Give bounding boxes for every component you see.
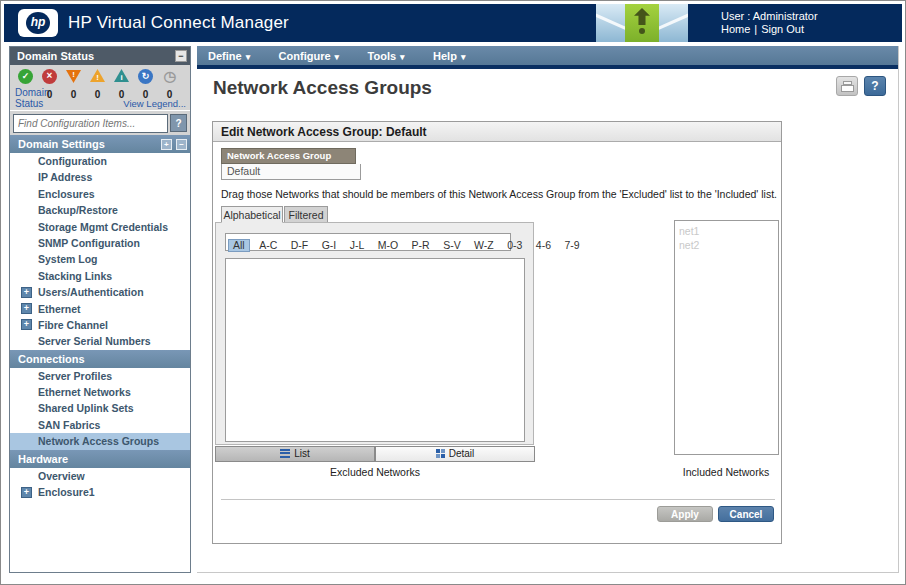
menu-tools[interactable]: Tools▾ xyxy=(357,47,418,66)
menu-label: Define xyxy=(208,50,242,62)
artwork-dot xyxy=(639,28,645,34)
print-button[interactable] xyxy=(836,76,858,96)
filter-p-r[interactable]: P-R xyxy=(408,239,434,252)
user-label: User : Administrator xyxy=(721,10,818,23)
sidebar-item-ethernet[interactable]: + Ethernet xyxy=(10,301,190,317)
section-header-hardware[interactable]: Hardware xyxy=(10,450,190,468)
section-header-connections[interactable]: Connections xyxy=(10,350,190,368)
sidebar-item-server-profiles[interactable]: Server Profiles xyxy=(10,368,190,384)
status-count: 0 xyxy=(90,89,105,100)
home-link[interactable]: Home xyxy=(721,23,750,35)
menu-define[interactable]: Define▾ xyxy=(197,47,263,66)
filter-4-6[interactable]: 4-6 xyxy=(532,239,555,252)
included-network-item[interactable]: net2 xyxy=(679,238,774,252)
filter-all[interactable]: All xyxy=(228,239,250,252)
hp-virtual-connect-manager-window: hp HP Virtual Connect Manager User : Adm… xyxy=(0,0,906,585)
tab-filtered[interactable]: Filtered xyxy=(284,206,328,223)
filter-j-l[interactable]: J-L xyxy=(346,239,369,252)
find-configuration-input[interactable] xyxy=(13,114,168,133)
header-artwork xyxy=(596,4,688,42)
filter-d-f[interactable]: D-F xyxy=(287,239,313,252)
domain-status-panel-header: Domain Status − xyxy=(10,47,190,65)
excluded-networks-label: Excluded Networks xyxy=(215,466,535,478)
included-network-item[interactable]: net1 xyxy=(679,224,774,238)
hp-logo-text: hp xyxy=(26,12,50,34)
detail-view-label: Detail xyxy=(449,448,475,459)
sidebar-item-users-authentication[interactable]: + Users/Authentication xyxy=(10,284,190,300)
letter-filter-bar: All A-C D-F G-I J-L M-O P-R S-V W-Z 0-3 … xyxy=(225,233,511,251)
status-critical-icon: ! xyxy=(66,69,81,83)
status-ok-icon: ✓ xyxy=(18,69,33,84)
tab-alphabetical[interactable]: Alphabetical xyxy=(221,206,283,223)
sidebar-item-label: IP Address xyxy=(38,171,92,183)
filter-a-c[interactable]: A-C xyxy=(255,239,281,252)
user-block: User : Administrator Home|Sign Out xyxy=(721,10,818,36)
section-header-domain-settings[interactable]: Domain Settings + − xyxy=(10,135,190,153)
sidebar-item-label: Network Access Groups xyxy=(38,435,159,447)
sidebar-item-network-access-groups[interactable]: Network Access Groups xyxy=(10,433,190,449)
domain-status-title: Domain Status xyxy=(17,50,94,62)
sidebar-item-enclosure1[interactable]: + Enclosure1 xyxy=(10,484,190,500)
sidebar: Domain Status − ✓ × ! ! i ↻ ◷ Domain Sta… xyxy=(9,46,191,573)
sidebar-item-storage-mgmt-credentials[interactable]: Storage Mgmt Credentials xyxy=(10,219,190,235)
expand-icon[interactable]: + xyxy=(21,303,32,314)
sidebar-item-san-fabrics[interactable]: SAN Fabrics xyxy=(10,417,190,433)
session-links: Home|Sign Out xyxy=(721,23,818,36)
button-separator xyxy=(221,499,775,500)
sign-out-link[interactable]: Sign Out xyxy=(761,23,804,35)
sidebar-item-shared-uplink-sets[interactable]: Shared Uplink Sets xyxy=(10,400,190,416)
printer-icon xyxy=(841,85,854,92)
sidebar-item-ethernet-networks[interactable]: Ethernet Networks xyxy=(10,384,190,400)
excluded-networks-list[interactable] xyxy=(225,258,525,442)
filter-g-i[interactable]: G-I xyxy=(318,239,341,252)
menu-help[interactable]: Help▾ xyxy=(422,47,478,66)
expand-icon[interactable]: + xyxy=(21,319,32,330)
cancel-button[interactable]: Cancel xyxy=(718,506,774,522)
sidebar-item-label: Server Profiles xyxy=(38,370,112,382)
domain-status-body: ✓ × ! ! i ↻ ◷ Domain Status 0 0 0 0 0 0 … xyxy=(10,65,190,111)
filter-m-o[interactable]: M-O xyxy=(374,239,402,252)
sidebar-item-overview[interactable]: Overview xyxy=(10,468,190,484)
sidebar-search-row: ? xyxy=(10,111,190,135)
expand-icon[interactable]: + xyxy=(21,487,32,498)
name-value-cell: Default xyxy=(221,164,361,180)
sidebar-item-configuration[interactable]: Configuration xyxy=(10,153,190,169)
filter-0-3[interactable]: 0-3 xyxy=(503,239,526,252)
list-view-label: List xyxy=(294,448,310,459)
expand-all-button[interactable]: + xyxy=(161,139,172,150)
help-button[interactable]: ? xyxy=(864,76,886,96)
sidebar-item-server-serial-numbers[interactable]: Server Serial Numbers xyxy=(10,333,190,349)
sidebar-item-enclosures[interactable]: Enclosures xyxy=(10,186,190,202)
search-help-button[interactable]: ? xyxy=(170,114,187,132)
sidebar-item-backup-restore[interactable]: Backup/Restore xyxy=(10,202,190,218)
sidebar-item-system-log[interactable]: System Log xyxy=(10,251,190,267)
included-networks-list[interactable]: net1 net2 xyxy=(674,220,779,455)
grid-icon xyxy=(436,449,445,458)
sidebar-item-label: Enclosures xyxy=(38,188,95,200)
apply-button[interactable]: Apply xyxy=(657,506,713,522)
sidebar-item-stacking-links[interactable]: Stacking Links xyxy=(10,268,190,284)
sidebar-item-snmp-configuration[interactable]: SNMP Configuration xyxy=(10,235,190,251)
sidebar-item-label: Backup/Restore xyxy=(38,204,118,216)
chevron-down-icon: ▾ xyxy=(461,52,466,62)
collapse-all-button[interactable]: − xyxy=(176,139,187,150)
filter-w-z[interactable]: W-Z xyxy=(470,239,498,252)
status-pending-icon: ◷ xyxy=(162,69,177,83)
sidebar-item-label: Shared Uplink Sets xyxy=(38,402,134,414)
sidebar-item-fibre-channel[interactable]: + Fibre Channel xyxy=(10,317,190,333)
filter-s-v[interactable]: S-V xyxy=(439,239,465,252)
sidebar-item-label: Overview xyxy=(38,470,85,482)
status-info-icon: i xyxy=(114,69,129,83)
sidebar-item-label: Enclosure1 xyxy=(38,486,95,498)
sidebar-item-label: Ethernet xyxy=(38,303,81,315)
list-view-button[interactable]: List xyxy=(215,446,375,462)
collapse-panel-button[interactable]: − xyxy=(175,50,187,62)
menubar: Define▾ Configure▾ Tools▾ Help▾ xyxy=(197,46,898,65)
detail-view-button[interactable]: Detail xyxy=(375,446,535,462)
filter-7-9[interactable]: 7-9 xyxy=(560,239,583,252)
view-legend-link[interactable]: View Legend... xyxy=(123,98,186,109)
status-warning-icon: ! xyxy=(90,69,105,83)
menu-configure[interactable]: Configure▾ xyxy=(268,47,352,66)
sidebar-item-ip-address[interactable]: IP Address xyxy=(10,169,190,185)
expand-icon[interactable]: + xyxy=(21,287,32,298)
